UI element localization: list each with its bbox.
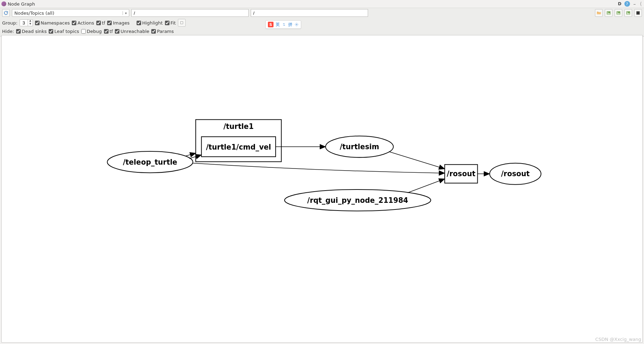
dead-sinks-label: Dead sinks [22,29,47,34]
image-icon [616,11,621,15]
minimize-button[interactable]: – [633,1,637,7]
expand-icon [180,21,184,25]
ime-mode[interactable]: 拼 [288,22,292,28]
svg-point-5 [627,12,628,13]
square-icon [636,11,640,15]
unreachable-checkbox[interactable]: Unreachable [115,29,149,34]
debug-checkbox[interactable]: Debug [81,29,102,34]
images-checkbox[interactable]: Images [107,20,130,26]
actions-checkbox[interactable]: Actions [72,20,94,26]
right-icon-group [595,9,642,17]
watermark: CSDN @Xxcig_wang [595,337,641,342]
tf-group-label: tf [102,20,105,26]
tf-group-checkbox[interactable]: tf [96,20,105,26]
fit-label: Fit [171,20,176,26]
svg-point-3 [617,12,618,13]
params-checkbox[interactable]: Params [151,29,174,34]
namespace-turtle1-label: /turtle1 [223,122,254,131]
refresh-button[interactable] [2,9,10,17]
save-image-button[interactable] [605,9,612,17]
node-filter-input[interactable] [131,9,249,17]
window-title: Node Graph [8,1,35,7]
node-teleop-label: /teleop_turtle [123,158,177,166]
spinner-arrows[interactable]: ▲▼ [28,20,33,26]
topic-rosout-label: /rosout [447,170,476,178]
zoom-fit-button[interactable] [178,19,186,27]
edge-teleop-turtle1 [186,153,196,156]
save-svg-button[interactable] [624,9,632,17]
debug-label: Debug [87,29,102,34]
svg-rect-7 [180,22,183,24]
help-button[interactable]: ? [624,1,630,7]
switch-icon[interactable] [282,22,286,27]
sogou-logo-icon: S [268,22,273,27]
edge-turtlesim-rosout [389,152,445,169]
leaf-topics-label: Leaf topics [54,29,79,34]
params-label: Params [157,29,174,34]
edge-teleop-rosout [193,163,445,173]
save-dot-button[interactable] [615,9,622,17]
toolbar-row-2: Group: ▲▼ Namespaces Actions tf Images H… [0,18,644,28]
highlight-label: Highlight [142,20,163,26]
image-icon [626,11,631,15]
open-button[interactable] [595,9,603,17]
view-type-select[interactable]: Nodes/Topics (all) ▾ [12,9,129,17]
window-titlebar: Node Graph D ? – ( [0,0,644,8]
chevron-down-icon: ▼ [28,23,33,26]
edge-teleop-cmdvel [189,155,202,158]
svg-point-8 [296,24,297,25]
gear-icon[interactable] [295,22,299,27]
namespaces-checkbox[interactable]: Namespaces [35,20,70,26]
edge-rqt-rosout [408,179,445,193]
leaf-topics-checkbox[interactable]: Leaf topics [49,29,79,34]
dark-mode-button[interactable] [634,9,642,17]
chevron-down-icon: ▾ [123,11,129,15]
tf-hide-checkbox[interactable]: tf [104,29,113,34]
node-turtlesim-label: /turtlesim [340,143,379,151]
group-label: Group: [2,20,18,26]
topic-filter-input[interactable] [251,9,368,17]
group-depth-value[interactable] [20,20,28,26]
actions-label: Actions [77,20,94,26]
namespaces-label: Namespaces [41,20,70,26]
view-type-value: Nodes/Topics (all) [12,11,123,16]
fit-checkbox[interactable]: Fit [165,20,176,26]
topic-cmdvel-label: /turtle1/cmd_vel [206,143,271,151]
graph-canvas[interactable]: /turtle1 /turtle1/cmd_vel /teleop_turtle… [1,35,643,343]
folder-open-icon [596,11,601,15]
ime-toolbar[interactable]: S 英 拼 [265,20,301,29]
hide-label: Hide: [2,29,14,34]
image-icon [606,11,611,15]
app-icon [1,1,6,6]
window-controls: D ? – ( [618,1,643,7]
images-label: Images [113,20,130,26]
node-rosout-label: /rosout [501,170,530,178]
toolbar-row-1: Nodes/Topics (all) ▾ [0,8,644,18]
group-depth-spinner[interactable]: ▲▼ [20,19,33,26]
highlight-checkbox[interactable]: Highlight [137,20,163,26]
divider-icon: ( [639,1,643,7]
node-graph-svg: /turtle1 /turtle1/cmd_vel /teleop_turtle… [2,35,642,342]
svg-rect-6 [636,11,639,14]
refresh-icon [4,11,8,15]
svg-point-1 [608,12,608,13]
unreachable-label: Unreachable [120,29,149,34]
node-rqt-label: /rqt_gui_py_node_211984 [307,196,408,205]
tf-hide-label: tf [110,29,113,34]
dead-sinks-checkbox[interactable]: Dead sinks [16,29,47,34]
d-button[interactable]: D [618,1,622,6]
ime-lang[interactable]: 英 [276,22,280,28]
